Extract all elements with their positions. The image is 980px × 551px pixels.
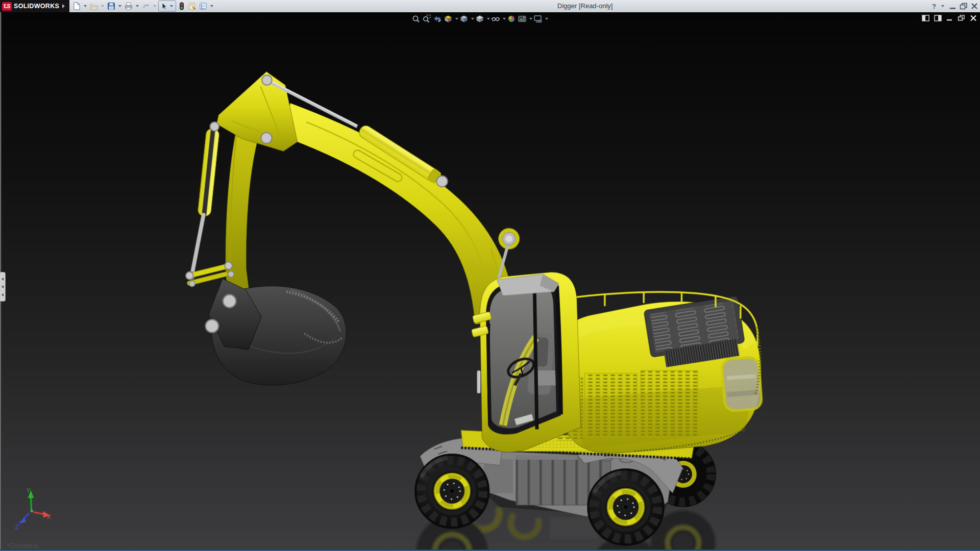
solidworks-logo-text: SOLIDWORKS: [14, 3, 59, 10]
zoom-to-fit-button[interactable]: [411, 14, 421, 24]
hide-show-items-dropdown-icon[interactable]: [503, 18, 506, 20]
rebuild-traffic-light-icon: [177, 2, 186, 11]
section-view-icon: [444, 14, 453, 23]
boom-arm[interactable]: [278, 103, 519, 324]
select-cursor-icon: [159, 2, 168, 11]
select-tool-button[interactable]: [158, 1, 176, 12]
new-document-dropdown-icon[interactable]: [84, 5, 87, 7]
hide-show-items-button[interactable]: [491, 14, 500, 24]
solidworks-logo-icon: 3S: [2, 2, 12, 11]
section-view-dropdown-icon[interactable]: [455, 18, 458, 20]
solidworks-brand: 3S SOLIDWORKS: [0, 0, 69, 12]
close-document-button[interactable]: [970, 15, 977, 21]
split-pane-left-button[interactable]: [922, 15, 929, 21]
edit-appearance-icon: [507, 14, 516, 23]
front-right-wheel[interactable]: [587, 469, 664, 545]
help-dropdown-icon[interactable]: [941, 5, 944, 7]
apply-scene-icon: [518, 14, 527, 23]
print-button[interactable]: [124, 1, 134, 11]
side-grille: [585, 373, 637, 437]
file-properties-button[interactable]: [187, 1, 198, 11]
close-button[interactable]: [971, 3, 978, 10]
previous-view-button[interactable]: [433, 14, 442, 24]
view-orientation-button[interactable]: [459, 14, 469, 24]
cab[interactable]: [471, 272, 581, 452]
collapse-arrow-icon: [2, 293, 4, 296]
apply-scene-dropdown-icon[interactable]: [529, 18, 532, 20]
heads-up-view-toolbar: [411, 14, 549, 24]
rebuild-button[interactable]: [177, 1, 187, 11]
triad-z-label: Z: [14, 523, 19, 531]
document-title: Digger [Read-only]: [557, 2, 612, 10]
minimize-document-button[interactable]: [946, 15, 953, 21]
zoom-to-area-button[interactable]: [422, 14, 431, 24]
triad-y-label: Y: [27, 487, 31, 493]
triad-x-label: X: [46, 513, 52, 520]
document-window-controls: [922, 15, 977, 21]
open-dropdown-icon[interactable]: [101, 5, 104, 7]
options-button[interactable]: [198, 1, 208, 11]
front-left-wheel[interactable]: [415, 454, 489, 528]
undo-button[interactable]: [141, 1, 151, 11]
section-view-button[interactable]: [444, 14, 453, 24]
view-orientation-icon: [459, 14, 469, 23]
undo-icon: [141, 2, 151, 11]
print-dropdown-icon[interactable]: [136, 5, 139, 7]
zoom-to-area-icon: [422, 14, 431, 23]
title-bar: 3S SOLIDWORKS: [0, 0, 980, 13]
save-button[interactable]: [106, 1, 116, 11]
bucket-cylinder[interactable]: [187, 122, 220, 280]
select-tool-dropdown-icon[interactable]: [170, 5, 173, 7]
new-document-icon: [72, 2, 81, 11]
solidworks-window: 3S SOLIDWORKS: [0, 0, 980, 551]
open-button[interactable]: [89, 1, 99, 11]
undo-dropdown-icon[interactable]: [153, 5, 156, 7]
collapse-arrow-icon: [2, 285, 4, 288]
side-grille: [641, 370, 697, 437]
options-dropdown-icon[interactable]: [210, 5, 213, 7]
view-orientation-dropdown-icon[interactable]: [471, 18, 474, 20]
apply-scene-button[interactable]: [518, 14, 527, 24]
help-button[interactable]: ?: [932, 3, 937, 10]
menu-expand-icon[interactable]: [62, 4, 65, 8]
display-style-icon: [475, 14, 484, 23]
pin: [261, 133, 272, 144]
model-canvas[interactable]: Y X Z: [0, 12, 980, 551]
view-settings-button[interactable]: [533, 14, 543, 24]
view-orientation-label: *Dimetric: [7, 541, 39, 550]
options-icon: [199, 2, 208, 11]
view-settings-dropdown-icon[interactable]: [545, 18, 548, 20]
collapse-arrow-icon: [2, 278, 4, 281]
graphics-viewport[interactable]: Y X Z: [0, 12, 980, 551]
reference-triad: Y X Z: [14, 487, 52, 531]
save-dropdown-icon[interactable]: [118, 5, 121, 7]
feature-manager-splitter[interactable]: [0, 272, 6, 302]
file-properties-icon: [188, 2, 197, 11]
hide-show-items-icon: [491, 14, 500, 23]
excavator-model[interactable]: [186, 71, 762, 551]
previous-view-icon: [433, 14, 442, 23]
new-document-button[interactable]: [71, 1, 82, 11]
restore-button[interactable]: [960, 3, 968, 10]
main-toolbar: [71, 1, 215, 12]
zoom-to-fit-icon: [411, 14, 421, 23]
restore-document-button[interactable]: [958, 15, 965, 21]
edit-appearance-button[interactable]: [507, 14, 516, 24]
elbow-link-plate[interactable]: [216, 71, 297, 151]
window-controls: ?: [932, 0, 978, 12]
open-icon: [89, 2, 99, 11]
minimize-button[interactable]: [949, 3, 957, 10]
rear-window[interactable]: [722, 357, 762, 411]
view-settings-icon: [533, 14, 543, 23]
print-icon: [124, 2, 133, 11]
save-icon: [107, 2, 116, 11]
display-style-dropdown-icon[interactable]: [487, 18, 490, 20]
display-style-button[interactable]: [475, 14, 484, 24]
pin: [262, 75, 272, 85]
cab-hinge: [477, 370, 481, 393]
split-pane-right-button[interactable]: [934, 15, 942, 21]
